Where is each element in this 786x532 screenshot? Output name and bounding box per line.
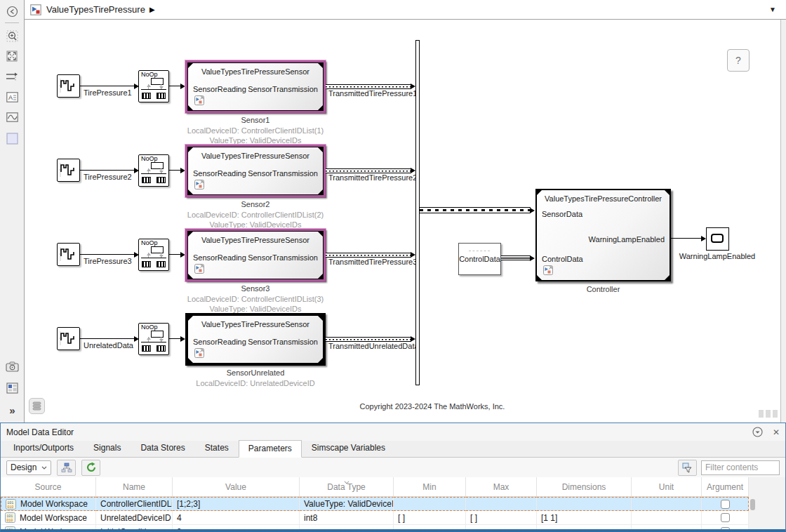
annotation-icon[interactable]: A xyxy=(4,90,20,104)
column-header-source[interactable]: Source xyxy=(1,477,96,497)
up-arrow-icon xyxy=(148,337,149,342)
panel-minimize-icon[interactable] xyxy=(752,427,763,437)
tab-inports-outports[interactable]: Inports/Outports xyxy=(4,439,84,457)
tab-signals[interactable]: Signals xyxy=(84,439,131,457)
message-signal-line[interactable] xyxy=(420,207,531,213)
block-name-label[interactable]: SensorUnrelated xyxy=(185,368,326,377)
column-header-min[interactable]: Min xyxy=(394,477,466,497)
viewmarks-icon[interactable] xyxy=(4,381,20,395)
zoom-region-icon[interactable] xyxy=(4,29,20,43)
max-cell[interactable] xyxy=(466,525,537,532)
argument-checkbox[interactable] xyxy=(721,527,730,532)
warning-lamp-block[interactable] xyxy=(706,227,729,251)
sensor-subsystem-block[interactable]: ValueTypesTirePressureSensor SensorReadi… xyxy=(185,313,326,366)
bus-signal-line[interactable] xyxy=(326,337,411,342)
signal-line[interactable] xyxy=(80,338,135,339)
name-cell[interactable]: InitialCondition xyxy=(96,525,173,532)
data-type-cell[interactable]: int8 xyxy=(300,511,394,525)
max-cell[interactable]: [ ] xyxy=(466,511,537,525)
tab-parameters[interactable]: Parameters xyxy=(239,440,302,458)
source-cell[interactable]: 101010 Model Workspace xyxy=(1,511,96,525)
table-scrollbar-thumb[interactable] xyxy=(750,499,755,510)
tab-states[interactable]: States xyxy=(195,439,239,457)
refresh-button[interactable] xyxy=(81,460,100,476)
unit-cell[interactable] xyxy=(632,511,702,525)
breadcrumb-bar: ValueTypesTirePressure ▶ ▼ xyxy=(24,0,786,20)
screenshot-camera-icon[interactable] xyxy=(4,359,20,373)
back-icon[interactable] xyxy=(4,4,20,18)
parameter-icon: 101010 xyxy=(5,512,15,523)
min-cell[interactable]: [ ] xyxy=(394,511,466,525)
controller-subsystem-block[interactable]: ValueTypesTirePressureController SensorD… xyxy=(535,189,671,281)
dimensions-cell[interactable]: [1 1] xyxy=(537,511,632,525)
column-menu-chevron-icon[interactable] xyxy=(345,479,349,484)
expand-palette-button[interactable]: » xyxy=(4,403,20,417)
column-header-name[interactable]: Name xyxy=(96,477,173,497)
breadcrumb-model-name[interactable]: ValueTypesTirePressure xyxy=(46,4,145,15)
name-cell[interactable]: ControllerClientIDList xyxy=(96,497,173,511)
table-row[interactable]: 101010 Model Workspace UnrelatedDeviceID… xyxy=(1,511,749,525)
signal-label[interactable]: TransmittedUnrelatedData xyxy=(328,342,419,350)
data-type-cell[interactable] xyxy=(300,525,394,532)
parameter-icon: 101010 xyxy=(5,526,15,532)
breadcrumb-dropdown-icon[interactable]: ▼ xyxy=(769,6,780,13)
model-reference-badge-icon[interactable] xyxy=(543,265,553,275)
corner-notch xyxy=(664,274,670,281)
input-port-label: SensorReading xyxy=(193,338,246,346)
filter-options-button[interactable] xyxy=(678,460,697,476)
design-view-dropdown[interactable]: Design xyxy=(6,460,51,475)
rate-transition-block[interactable]: NoOp xyxy=(138,323,169,355)
tab-simscape-variables[interactable]: Simscape Variables xyxy=(302,439,395,457)
corner-notch xyxy=(187,357,194,364)
show-hierarchy-button[interactable] xyxy=(57,460,76,476)
value-cell[interactable]: [1;2;3] xyxy=(173,497,300,511)
column-header-data-type[interactable]: Data Type xyxy=(300,477,394,497)
route-signals-icon[interactable] xyxy=(4,69,20,84)
column-header-max[interactable]: Max xyxy=(466,477,537,497)
model-canvas[interactable]: TirePressure1 NoOp ValueTypesTirePressur… xyxy=(24,20,781,423)
min-cell[interactable] xyxy=(394,525,466,532)
unit-cell[interactable] xyxy=(632,497,702,511)
area-box-icon[interactable] xyxy=(4,131,20,145)
tab-data-stores[interactable]: Data Stores xyxy=(131,439,194,457)
model-reference-badge-icon[interactable] xyxy=(194,348,204,358)
column-header-dimensions[interactable]: Dimensions xyxy=(537,477,632,497)
bus-signal-line[interactable] xyxy=(501,255,531,260)
table-row[interactable]: 101010 Model Workspace InitialCondition … xyxy=(1,525,749,532)
signal-label[interactable]: UnrelatedData xyxy=(84,341,133,350)
canvas-resize-grip[interactable] xyxy=(759,410,778,418)
min-cell[interactable] xyxy=(394,497,466,511)
column-header-argument[interactable]: Argument xyxy=(702,477,749,497)
table-row[interactable]: 101010 Model Workspace ControllerClientI… xyxy=(1,497,749,511)
panel-title: Model Data Editor xyxy=(6,427,74,437)
column-header-value[interactable]: Value xyxy=(173,477,300,497)
data-type-cell[interactable]: ValueType: ValidDeviceIDs xyxy=(300,497,394,511)
unit-cell[interactable] xyxy=(632,525,702,532)
source-cell[interactable]: 101010 Model Workspace xyxy=(1,497,96,511)
signal-source-block[interactable] xyxy=(57,327,80,350)
argument-checkbox[interactable] xyxy=(721,500,730,509)
block-name-label[interactable]: WarningLampEnabled xyxy=(661,252,773,260)
control-data-block[interactable]: ControlData xyxy=(458,243,501,275)
value-cell[interactable]: 3 xyxy=(173,525,300,532)
refresh-icon xyxy=(86,462,97,473)
argument-checkbox[interactable] xyxy=(721,513,730,522)
model-data-badge-button[interactable] xyxy=(29,398,45,414)
value-cell[interactable]: 4 xyxy=(173,511,300,525)
signal-line[interactable] xyxy=(169,338,181,339)
name-cell[interactable]: UnrelatedDeviceID xyxy=(96,511,173,525)
signal-line[interactable] xyxy=(671,238,702,239)
panel-close-icon[interactable]: ✕ xyxy=(773,427,780,437)
source-cell[interactable]: 101010 Model Workspace xyxy=(1,525,96,532)
column-header-unit[interactable]: Unit xyxy=(632,477,702,497)
filter-contents-input[interactable] xyxy=(701,460,780,475)
help-button[interactable]: ? xyxy=(727,49,750,72)
block-name-label[interactable]: Controller xyxy=(535,285,671,293)
max-cell[interactable] xyxy=(466,497,537,511)
breadcrumb-caret-icon[interactable]: ▶ xyxy=(149,6,155,13)
image-annotation-icon[interactable] xyxy=(4,110,20,124)
argument-cell xyxy=(702,497,749,511)
dimensions-cell[interactable] xyxy=(537,497,632,511)
dimensions-cell[interactable] xyxy=(537,525,632,532)
fit-to-view-icon[interactable] xyxy=(4,49,20,63)
